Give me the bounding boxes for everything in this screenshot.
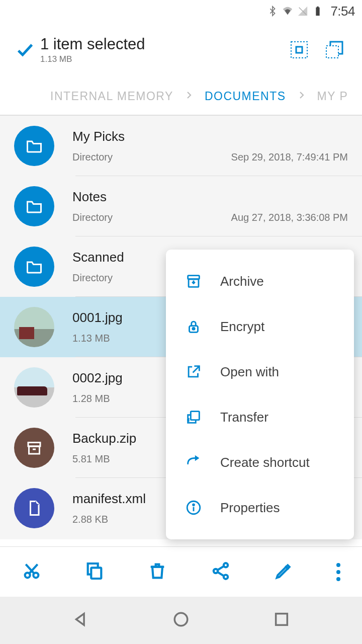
archive-icon	[181, 273, 206, 290]
file-type: Directory	[72, 212, 113, 223]
document-file-icon	[14, 488, 54, 528]
file-name: Notes	[72, 189, 348, 205]
folder-icon	[14, 126, 54, 166]
file-name: My Picks	[72, 129, 348, 144]
folder-icon	[14, 186, 54, 226]
recent-button[interactable]	[273, 611, 290, 630]
select-all-icon	[290, 41, 308, 59]
check-icon	[15, 40, 35, 60]
back-button[interactable]	[72, 611, 89, 630]
edit-button[interactable]	[274, 561, 294, 583]
menu-properties[interactable]: Properties	[166, 485, 354, 530]
selection-header: 1 item selected 1.13 MB	[0, 22, 362, 77]
pencil-icon	[274, 561, 294, 581]
home-button[interactable]	[172, 611, 190, 630]
svg-point-15	[193, 328, 195, 330]
menu-label: Open with	[220, 364, 279, 380]
svg-line-31	[217, 572, 224, 576]
svg-rect-1	[316, 8, 320, 16]
archive-file-icon	[14, 428, 54, 468]
file-date: Aug 27, 2018, 3:36:08 PM	[231, 212, 348, 223]
more-icon	[336, 563, 340, 581]
breadcrumb: INTERNAL MEMORY DOCUMENTS MY P	[0, 77, 362, 115]
file-date: Sep 29, 2018, 7:49:41 PM	[231, 151, 348, 163]
lock-icon	[181, 318, 206, 335]
select-inverse-icon	[325, 41, 343, 59]
svg-point-20	[193, 504, 195, 506]
battery-icon	[312, 6, 323, 17]
select-inverse-button[interactable]	[317, 41, 352, 59]
context-menu: Archive Encrypt Open with Transfer Creat…	[166, 250, 354, 539]
select-all-button[interactable]	[282, 41, 317, 59]
list-item[interactable]: My Picks Directory Sep 29, 2018, 7:49:41…	[0, 116, 362, 176]
file-type: Directory	[72, 272, 113, 284]
menu-label: Archive	[220, 274, 264, 289]
image-thumbnail	[14, 307, 54, 347]
menu-label: Transfer	[220, 410, 268, 425]
status-bar: 7:54	[0, 0, 362, 22]
menu-archive[interactable]: Archive	[166, 259, 354, 304]
selection-title: 1 item selected	[40, 35, 282, 53]
open-external-icon	[181, 363, 206, 380]
svg-line-16	[193, 366, 200, 373]
svg-rect-4	[296, 47, 302, 53]
shortcut-icon	[181, 454, 206, 471]
copy-icon	[84, 561, 105, 581]
copy-button[interactable]	[84, 561, 105, 583]
menu-label: Create shortcut	[220, 455, 310, 470]
menu-open-with[interactable]: Open with	[166, 349, 354, 394]
menu-encrypt[interactable]: Encrypt	[166, 304, 354, 349]
folder-icon	[14, 247, 54, 287]
bluetooth-icon	[267, 6, 278, 17]
svg-rect-25	[91, 568, 101, 579]
file-type: Directory	[72, 151, 113, 163]
breadcrumb-item[interactable]: MY P	[317, 90, 348, 103]
trash-icon	[147, 561, 167, 581]
chevron-right-icon	[297, 91, 306, 102]
more-button[interactable]	[336, 563, 340, 581]
list-item[interactable]: Notes Directory Aug 27, 2018, 3:36:08 PM	[0, 176, 362, 236]
wifi-icon	[282, 6, 293, 17]
info-icon	[181, 499, 206, 516]
cut-icon	[22, 561, 42, 581]
delete-button[interactable]	[147, 561, 167, 583]
selection-size: 1.13 MB	[40, 54, 282, 64]
file-size: 5.81 MB	[72, 453, 110, 465]
chevron-right-icon	[185, 91, 194, 102]
system-navbar	[0, 597, 362, 644]
status-time: 7:54	[330, 4, 355, 19]
square-recent-icon	[273, 611, 290, 628]
triangle-back-icon	[72, 611, 89, 628]
file-size: 2.88 KB	[72, 514, 108, 525]
menu-label: Encrypt	[220, 319, 264, 335]
svg-line-30	[217, 566, 224, 570]
circle-home-icon	[172, 611, 190, 628]
svg-rect-3	[291, 42, 307, 58]
menu-label: Properties	[220, 500, 280, 516]
share-button[interactable]	[211, 561, 231, 583]
svg-rect-34	[276, 614, 288, 625]
svg-point-33	[174, 613, 188, 626]
menu-transfer[interactable]: Transfer	[166, 394, 354, 440]
breadcrumb-item[interactable]: INTERNAL MEMORY	[50, 90, 173, 103]
breadcrumb-item[interactable]: DOCUMENTS	[205, 90, 286, 103]
menu-create-shortcut[interactable]: Create shortcut	[166, 440, 354, 485]
file-size: 1.13 MB	[72, 333, 110, 344]
signal-icon	[297, 6, 308, 17]
transfer-icon	[181, 409, 206, 426]
svg-rect-17	[191, 412, 199, 420]
done-button[interactable]	[10, 40, 40, 60]
svg-rect-5	[326, 46, 338, 58]
action-toolbar	[0, 546, 362, 597]
svg-rect-2	[317, 7, 319, 8]
image-thumbnail	[14, 367, 54, 408]
share-icon	[211, 561, 231, 581]
file-size: 1.28 MB	[72, 393, 110, 405]
cut-button[interactable]	[22, 561, 42, 583]
